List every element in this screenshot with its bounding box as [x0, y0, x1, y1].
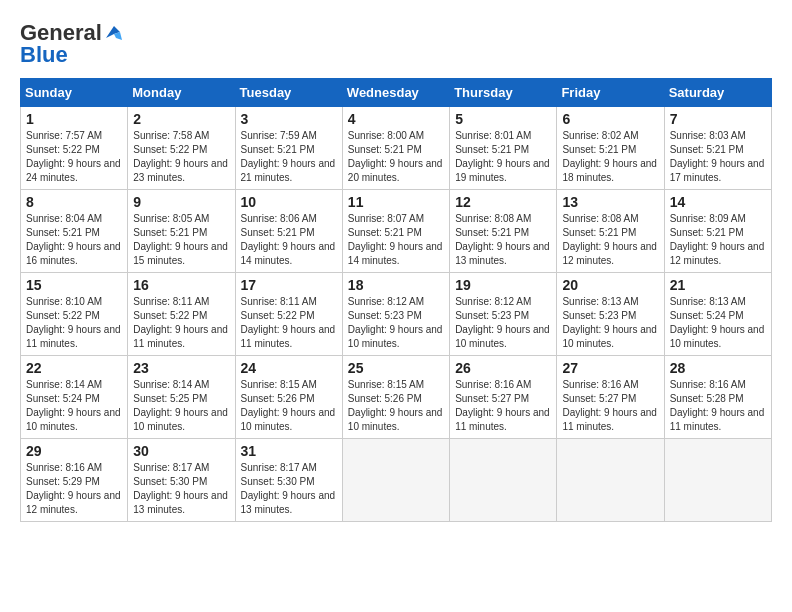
day-info: Sunrise: 7:57 AMSunset: 5:22 PMDaylight:… — [26, 129, 122, 185]
day-info: Sunrise: 8:09 AMSunset: 5:21 PMDaylight:… — [670, 212, 766, 268]
calendar-day-cell — [664, 439, 771, 522]
calendar-day-cell: 14 Sunrise: 8:09 AMSunset: 5:21 PMDaylig… — [664, 190, 771, 273]
day-info: Sunrise: 8:07 AMSunset: 5:21 PMDaylight:… — [348, 212, 444, 268]
day-info: Sunrise: 7:58 AMSunset: 5:22 PMDaylight:… — [133, 129, 229, 185]
day-number: 21 — [670, 277, 766, 293]
weekday-header-saturday: Saturday — [664, 79, 771, 107]
day-info: Sunrise: 8:02 AMSunset: 5:21 PMDaylight:… — [562, 129, 658, 185]
day-info: Sunrise: 8:13 AMSunset: 5:24 PMDaylight:… — [670, 295, 766, 351]
day-number: 14 — [670, 194, 766, 210]
calendar-day-cell: 1 Sunrise: 7:57 AMSunset: 5:22 PMDayligh… — [21, 107, 128, 190]
calendar-day-cell: 2 Sunrise: 7:58 AMSunset: 5:22 PMDayligh… — [128, 107, 235, 190]
calendar-day-cell: 21 Sunrise: 8:13 AMSunset: 5:24 PMDaylig… — [664, 273, 771, 356]
day-number: 12 — [455, 194, 551, 210]
day-info: Sunrise: 8:16 AMSunset: 5:27 PMDaylight:… — [455, 378, 551, 434]
calendar-day-cell: 10 Sunrise: 8:06 AMSunset: 5:21 PMDaylig… — [235, 190, 342, 273]
calendar-day-cell: 8 Sunrise: 8:04 AMSunset: 5:21 PMDayligh… — [21, 190, 128, 273]
calendar-day-cell: 18 Sunrise: 8:12 AMSunset: 5:23 PMDaylig… — [342, 273, 449, 356]
day-number: 18 — [348, 277, 444, 293]
day-info: Sunrise: 8:08 AMSunset: 5:21 PMDaylight:… — [562, 212, 658, 268]
day-number: 7 — [670, 111, 766, 127]
calendar-day-cell: 27 Sunrise: 8:16 AMSunset: 5:27 PMDaylig… — [557, 356, 664, 439]
weekday-header-friday: Friday — [557, 79, 664, 107]
day-number: 23 — [133, 360, 229, 376]
calendar-day-cell: 16 Sunrise: 8:11 AMSunset: 5:22 PMDaylig… — [128, 273, 235, 356]
calendar-day-cell: 19 Sunrise: 8:12 AMSunset: 5:23 PMDaylig… — [450, 273, 557, 356]
day-number: 29 — [26, 443, 122, 459]
calendar-day-cell: 24 Sunrise: 8:15 AMSunset: 5:26 PMDaylig… — [235, 356, 342, 439]
day-number: 20 — [562, 277, 658, 293]
day-number: 25 — [348, 360, 444, 376]
calendar-day-cell: 4 Sunrise: 8:00 AMSunset: 5:21 PMDayligh… — [342, 107, 449, 190]
day-info: Sunrise: 8:15 AMSunset: 5:26 PMDaylight:… — [241, 378, 337, 434]
day-info: Sunrise: 8:17 AMSunset: 5:30 PMDaylight:… — [133, 461, 229, 517]
calendar-day-cell: 26 Sunrise: 8:16 AMSunset: 5:27 PMDaylig… — [450, 356, 557, 439]
day-number: 10 — [241, 194, 337, 210]
day-number: 11 — [348, 194, 444, 210]
page-header: General Blue — [20, 20, 772, 68]
calendar-day-cell: 20 Sunrise: 8:13 AMSunset: 5:23 PMDaylig… — [557, 273, 664, 356]
day-number: 24 — [241, 360, 337, 376]
calendar-day-cell: 11 Sunrise: 8:07 AMSunset: 5:21 PMDaylig… — [342, 190, 449, 273]
day-info: Sunrise: 8:11 AMSunset: 5:22 PMDaylight:… — [241, 295, 337, 351]
day-number: 27 — [562, 360, 658, 376]
day-number: 13 — [562, 194, 658, 210]
day-number: 9 — [133, 194, 229, 210]
day-info: Sunrise: 8:12 AMSunset: 5:23 PMDaylight:… — [348, 295, 444, 351]
day-info: Sunrise: 8:10 AMSunset: 5:22 PMDaylight:… — [26, 295, 122, 351]
calendar-day-cell: 22 Sunrise: 8:14 AMSunset: 5:24 PMDaylig… — [21, 356, 128, 439]
day-info: Sunrise: 8:01 AMSunset: 5:21 PMDaylight:… — [455, 129, 551, 185]
day-info: Sunrise: 8:08 AMSunset: 5:21 PMDaylight:… — [455, 212, 551, 268]
day-number: 17 — [241, 277, 337, 293]
calendar-day-cell: 28 Sunrise: 8:16 AMSunset: 5:28 PMDaylig… — [664, 356, 771, 439]
calendar-day-cell: 7 Sunrise: 8:03 AMSunset: 5:21 PMDayligh… — [664, 107, 771, 190]
calendar-day-cell: 17 Sunrise: 8:11 AMSunset: 5:22 PMDaylig… — [235, 273, 342, 356]
day-number: 15 — [26, 277, 122, 293]
calendar-week-row: 29 Sunrise: 8:16 AMSunset: 5:29 PMDaylig… — [21, 439, 772, 522]
weekday-header-sunday: Sunday — [21, 79, 128, 107]
calendar-day-cell — [450, 439, 557, 522]
day-info: Sunrise: 8:05 AMSunset: 5:21 PMDaylight:… — [133, 212, 229, 268]
day-info: Sunrise: 8:00 AMSunset: 5:21 PMDaylight:… — [348, 129, 444, 185]
day-number: 6 — [562, 111, 658, 127]
calendar-week-row: 15 Sunrise: 8:10 AMSunset: 5:22 PMDaylig… — [21, 273, 772, 356]
calendar-week-row: 22 Sunrise: 8:14 AMSunset: 5:24 PMDaylig… — [21, 356, 772, 439]
day-info: Sunrise: 8:15 AMSunset: 5:26 PMDaylight:… — [348, 378, 444, 434]
day-number: 3 — [241, 111, 337, 127]
calendar-day-cell: 15 Sunrise: 8:10 AMSunset: 5:22 PMDaylig… — [21, 273, 128, 356]
day-number: 8 — [26, 194, 122, 210]
day-number: 26 — [455, 360, 551, 376]
day-number: 1 — [26, 111, 122, 127]
day-number: 16 — [133, 277, 229, 293]
day-info: Sunrise: 8:03 AMSunset: 5:21 PMDaylight:… — [670, 129, 766, 185]
logo: General Blue — [20, 20, 122, 68]
calendar-day-cell: 5 Sunrise: 8:01 AMSunset: 5:21 PMDayligh… — [450, 107, 557, 190]
calendar-table: SundayMondayTuesdayWednesdayThursdayFrid… — [20, 78, 772, 522]
calendar-day-cell: 31 Sunrise: 8:17 AMSunset: 5:30 PMDaylig… — [235, 439, 342, 522]
day-info: Sunrise: 8:16 AMSunset: 5:29 PMDaylight:… — [26, 461, 122, 517]
weekday-header-monday: Monday — [128, 79, 235, 107]
day-number: 19 — [455, 277, 551, 293]
logo-bird-icon — [104, 24, 122, 42]
logo-blue: Blue — [20, 42, 68, 68]
day-number: 22 — [26, 360, 122, 376]
day-number: 5 — [455, 111, 551, 127]
calendar-day-cell: 3 Sunrise: 7:59 AMSunset: 5:21 PMDayligh… — [235, 107, 342, 190]
day-number: 30 — [133, 443, 229, 459]
calendar-day-cell: 25 Sunrise: 8:15 AMSunset: 5:26 PMDaylig… — [342, 356, 449, 439]
calendar-day-cell: 12 Sunrise: 8:08 AMSunset: 5:21 PMDaylig… — [450, 190, 557, 273]
calendar-day-cell — [557, 439, 664, 522]
day-info: Sunrise: 8:16 AMSunset: 5:28 PMDaylight:… — [670, 378, 766, 434]
day-info: Sunrise: 8:17 AMSunset: 5:30 PMDaylight:… — [241, 461, 337, 517]
weekday-header-wednesday: Wednesday — [342, 79, 449, 107]
day-number: 28 — [670, 360, 766, 376]
day-info: Sunrise: 7:59 AMSunset: 5:21 PMDaylight:… — [241, 129, 337, 185]
day-number: 2 — [133, 111, 229, 127]
weekday-header-row: SundayMondayTuesdayWednesdayThursdayFrid… — [21, 79, 772, 107]
day-info: Sunrise: 8:11 AMSunset: 5:22 PMDaylight:… — [133, 295, 229, 351]
calendar-day-cell: 13 Sunrise: 8:08 AMSunset: 5:21 PMDaylig… — [557, 190, 664, 273]
day-info: Sunrise: 8:13 AMSunset: 5:23 PMDaylight:… — [562, 295, 658, 351]
calendar-day-cell: 29 Sunrise: 8:16 AMSunset: 5:29 PMDaylig… — [21, 439, 128, 522]
day-info: Sunrise: 8:14 AMSunset: 5:25 PMDaylight:… — [133, 378, 229, 434]
calendar-day-cell: 30 Sunrise: 8:17 AMSunset: 5:30 PMDaylig… — [128, 439, 235, 522]
